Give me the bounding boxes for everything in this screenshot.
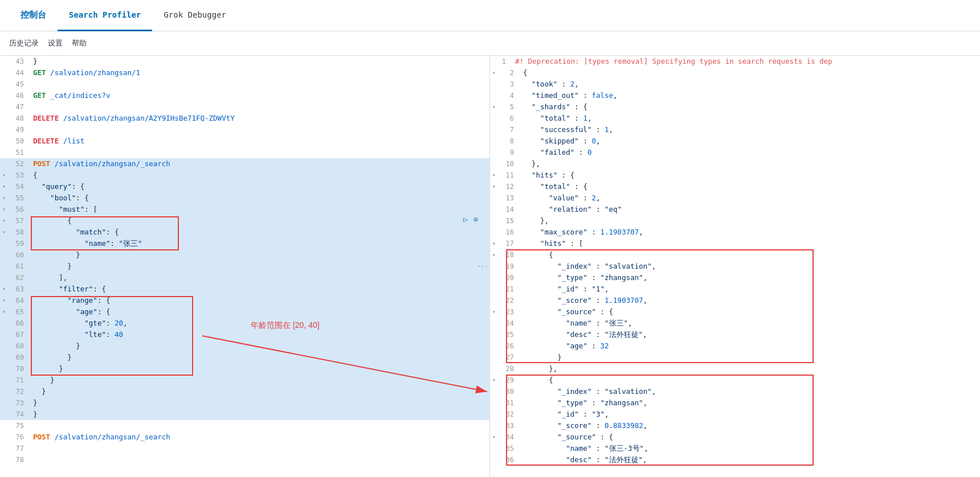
output-line-29: ▾ 29 { — [490, 375, 980, 386]
output-line-13: 13 "value" : 2, — [490, 192, 980, 204]
code-line-64: ▾ 64 "range": { — [0, 295, 489, 306]
code-line-71: 71 } — [0, 375, 489, 386]
nav-item-search-profiler[interactable]: Search Profiler — [58, 0, 152, 31]
code-line-70: 70 } — [0, 363, 489, 375]
code-line-51: 51 — [0, 147, 489, 158]
output-line-36: 36 "desc" : "法外狂徒", — [490, 454, 980, 466]
code-line-75: 75 — [0, 420, 489, 431]
editor-code-area[interactable]: ▷ ⊙ 43 } 44 GET /salvation/zhangsan/1 45 — [0, 56, 489, 477]
code-line-74: 74 } — [0, 409, 489, 420]
output-line-32: 32 "_id" : "3", — [490, 409, 980, 420]
output-line-16: 16 "max_score" : 1.1903707, — [490, 227, 980, 238]
code-line-58: ▾ 58 "match": { — [0, 227, 489, 238]
output-line-1: 1 #! Deprecation: [types removal] Specif… — [490, 56, 980, 67]
output-line-8: 8 "skipped" : 0, — [490, 135, 980, 147]
code-line-76: 76 POST /salvation/zhangsan/_search — [0, 431, 489, 443]
code-line-52: 52 POST /salvation/zhangsan/_search — [0, 158, 489, 170]
code-line-65: ▾ 65 "age": { — [0, 306, 489, 318]
output-line-33: 33 "_score" : 0.8833982, — [490, 420, 980, 431]
toolbar-history[interactable]: 历史记录 — [9, 36, 39, 51]
code-line-57: ▾ 57 { — [0, 215, 489, 227]
output-line-27: 27 } — [490, 352, 980, 363]
output-line-7: 7 "successful" : 1, — [490, 124, 980, 135]
code-line-63: ▾ 63 "filter": { — [0, 283, 489, 295]
output-code-area[interactable]: 1 #! Deprecation: [types removal] Specif… — [490, 56, 980, 477]
code-line-61: 61 } — [0, 261, 489, 272]
code-line-49: 49 — [0, 124, 489, 135]
output-line-2: ▾ 2 { — [490, 67, 980, 79]
code-line-53: ▾ 53 { — [0, 170, 489, 181]
output-line-18: ▾ 18 { — [490, 249, 980, 261]
code-line-66: 66 "gte": 20, — [0, 318, 489, 329]
code-line-46: 46 GET _cat/indices?v — [0, 90, 489, 101]
code-line-55: ▾ 55 "bool": { — [0, 192, 489, 204]
toolbar-settings[interactable]: 设置 — [48, 36, 63, 51]
code-line-62: 62 ], — [0, 272, 489, 283]
code-line-72: 72 } — [0, 386, 489, 397]
output-line-10: 10 }, — [490, 158, 980, 170]
link-icon[interactable]: ⊙ — [473, 215, 478, 224]
code-line-47: 47 — [0, 101, 489, 113]
toolbar-help[interactable]: 帮助 — [72, 36, 87, 51]
code-line-78: 78 — [0, 454, 489, 466]
output-line-25: 25 "desc" : "法外狂徒", — [490, 329, 980, 340]
main-area: ▷ ⊙ 43 } 44 GET /salvation/zhangsan/1 45 — [0, 56, 980, 477]
output-line-20: 20 "_type" : "zhangsan", — [490, 272, 980, 283]
output-line-5: ▾ 5 "_shards" : { — [490, 101, 980, 113]
nav-item-grok-debugger[interactable]: Grok Debugger — [152, 0, 238, 31]
code-line-69: 69 } — [0, 352, 489, 363]
output-line-23: ▾ 23 "_source" : { — [490, 306, 980, 318]
code-line-45: 45 — [0, 79, 489, 90]
code-line-67: 67 "lte": 40 — [0, 329, 489, 340]
top-nav: 控制台 Search Profiler Grok Debugger — [0, 0, 980, 31]
output-line-15: 15 }, — [490, 215, 980, 227]
output-line-11: ▾ 11 "hits" : { — [490, 170, 980, 181]
output-line-19: 19 "_index" : "salvation", — [490, 261, 980, 272]
output-line-3: 3 "took" : 2, — [490, 79, 980, 90]
output-line-30: 30 "_index" : "salvation", — [490, 386, 980, 397]
nav-item-console[interactable]: 控制台 — [9, 0, 58, 31]
output-line-28: 28 }, — [490, 363, 980, 375]
code-line-68: 68 } — [0, 340, 489, 352]
code-line-56: ▾ 56 "must": [ — [0, 204, 489, 215]
output-line-34: ▾ 34 "_source" : { — [490, 431, 980, 443]
output-line-9: 9 "failed" : 0 — [490, 147, 980, 158]
code-line-73: 73 } — [0, 397, 489, 409]
output-line-12: ▾ 12 "total" : { — [490, 181, 980, 192]
code-line-59: 59 "name": "张三" — [0, 238, 489, 249]
output-line-4: 4 "timed_out" : false, — [490, 90, 980, 101]
output-line-26: 26 "age" : 32 — [490, 340, 980, 352]
output-line-24: 24 "name" : "张三", — [490, 318, 980, 329]
code-line-44: 44 GET /salvation/zhangsan/1 — [0, 67, 489, 79]
output-line-6: 6 "total" : 1, — [490, 113, 980, 124]
run-icon[interactable]: ▷ — [463, 215, 468, 224]
output-line-31: 31 "_type" : "zhangsan", — [490, 397, 980, 409]
output-panel: 1 #! Deprecation: [types removal] Specif… — [490, 56, 980, 477]
output-line-35: 35 "name" : "张三·3号", — [490, 443, 980, 454]
code-line-50: 50 DELETE /list — [0, 135, 489, 147]
code-line-77: 77 — [0, 443, 489, 454]
code-line-43: 43 } — [0, 56, 489, 67]
output-line-17: ▾ 17 "hits" : [ — [490, 238, 980, 249]
editor-panel: ▷ ⊙ 43 } 44 GET /salvation/zhangsan/1 45 — [0, 56, 490, 477]
output-line-21: 21 "_id" : "1", — [490, 283, 980, 295]
toolbar: 历史记录 设置 帮助 — [0, 31, 980, 56]
code-line-48: 48 DELETE /salvation/zhangsan/A2Y9IHsBe7… — [0, 113, 489, 124]
output-line-14: 14 "relation" : "eq" — [490, 204, 980, 215]
output-line-22: 22 "_score" : 1.1903707, — [490, 295, 980, 306]
code-line-60: 60 } — [0, 249, 489, 261]
code-line-54: ▾ 54 "query": { — [0, 181, 489, 192]
